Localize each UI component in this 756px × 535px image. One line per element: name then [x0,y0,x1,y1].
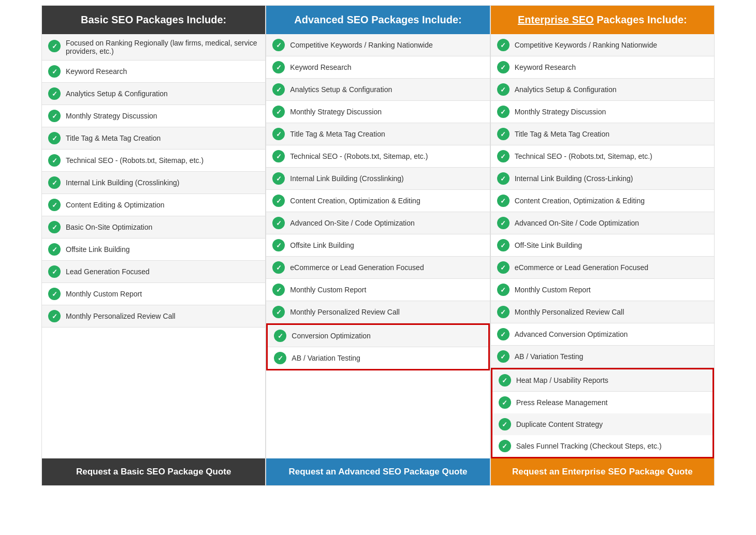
item-text: Technical SEO - (Robots.txt, Sitemap, et… [66,156,203,165]
check-icon [499,374,511,387]
check-icon [48,199,61,211]
check-icon [497,284,510,296]
item-text: Keyword Research [66,67,127,76]
check-icon [497,217,510,229]
list-item: Lead Generation Focused [42,261,265,283]
list-item: Offsite Link Building [266,234,489,257]
list-item: Technical SEO - (Robots.txt, Sitemap, et… [491,145,714,168]
check-icon [497,306,510,318]
item-text: Press Release Management [516,398,608,407]
item-text: Keyword Research [515,63,576,71]
check-icon [497,195,510,207]
item-text: Sales Funnel Tracking (Checkout Steps, e… [516,442,662,450]
item-text: Advanced On-Site / Code Optimization [515,219,639,227]
list-item: Off-Site Link Building [491,234,714,257]
list-item: Title Tag & Meta Tag Creation [266,123,489,145]
enterprise-items-list: Competitive Keywords / Ranking Nationwid… [491,34,714,458]
item-text: Monthly Personalized Review Call [66,312,176,320]
list-item: Internal Link Building (Crosslinking) [42,172,265,194]
check-icon [48,310,61,322]
list-item: Content Creation, Optimization & Editing [266,190,489,212]
list-item: Internal Link Building (Cross-Linking) [491,168,714,190]
check-icon [272,39,285,51]
column-enterprise: Enterprise SEO Packages Include:Competit… [490,5,715,486]
list-item: Monthly Personalized Review Call [42,305,265,328]
basic-items-list: Focused on Ranking Regionally (law firms… [42,34,265,458]
item-text: Internal Link Building (Crosslinking) [66,179,179,187]
item-text: Technical SEO - (Robots.txt, Sitemap, et… [515,152,652,160]
check-icon [497,61,510,73]
check-icon [272,128,285,140]
check-icon [497,172,510,185]
list-item: Content Editing & Optimization [42,194,265,216]
check-icon [272,61,285,73]
check-icon [272,239,285,251]
list-item: eCommerce or Lead Generation Focused [266,257,489,279]
list-item: Keyword Research [266,56,489,79]
list-item: Monthly Strategy Discussion [42,105,265,127]
check-icon [48,265,61,278]
list-item: Press Release Management [492,392,713,413]
item-text: Off-Site Link Building [515,241,582,249]
advanced-highlight-section: Conversion OptimizationAB / Variation Te… [266,323,489,370]
check-icon [48,87,61,100]
list-item: Advanced On-Site / Code Optimization [266,212,489,234]
list-item: Title Tag & Meta Tag Creation [42,127,265,150]
list-item: Advanced On-Site / Code Optimization [491,212,714,234]
check-icon [48,132,61,144]
list-item: Heat Map / Usability Reports [492,369,713,392]
list-item: Monthly Strategy Discussion [491,101,714,123]
item-text: Internal Link Building (Cross-Linking) [515,174,633,183]
check-icon [497,328,510,340]
enterprise-cta-button[interactable]: Request an Enterprise SEO Package Quote [491,458,714,485]
enterprise-header-underline: Enterprise SEO [518,14,594,25]
advanced-cta-button[interactable]: Request an Advanced SEO Package Quote [266,458,489,485]
list-item: Technical SEO - (Robots.txt, Sitemap, et… [266,145,489,168]
list-item: Technical SEO - (Robots.txt, Sitemap, et… [42,150,265,172]
item-text: Conversion Optimization [292,332,371,340]
list-item: Analytics Setup & Configuration [266,79,489,101]
item-text: Content Editing & Optimization [66,201,165,209]
item-text: Content Creation, Optimization & Editing [290,197,420,205]
list-item: Keyword Research [491,56,714,79]
list-item: Monthly Personalized Review Call [266,301,489,323]
item-text: eCommerce or Lead Generation Focused [290,263,424,272]
enterprise-header: Enterprise SEO Packages Include: [491,6,714,34]
check-icon [272,150,285,162]
list-item: Analytics Setup & Configuration [42,83,265,105]
item-text: Monthly Strategy Discussion [290,108,382,116]
basic-header: Basic SEO Packages Include: [42,6,265,34]
list-item: Competitive Keywords / Ranking Nationwid… [491,34,714,56]
list-item: Focused on Ranking Regionally (law firms… [42,34,265,61]
item-text: Monthly Strategy Discussion [66,112,157,120]
item-text: Offsite Link Building [66,245,129,254]
list-item: Advanced Conversion Optimization [491,323,714,346]
item-text: Advanced On-Site / Code Optimization [290,219,414,227]
list-item: Duplicate Content Strategy [492,413,713,435]
advanced-header: Advanced SEO Packages Include: [266,6,489,34]
list-item: AB / Variation Testing [268,347,488,369]
basic-cta-button[interactable]: Request a Basic SEO Package Quote [42,458,265,485]
check-icon [497,261,510,274]
item-text: Monthly Custom Report [66,290,142,298]
check-icon [497,83,510,96]
item-text: Focused on Ranking Regionally (law firms… [66,39,259,55]
check-icon [48,65,61,78]
check-icon [497,128,510,140]
check-icon [497,239,510,251]
check-icon [272,217,285,229]
check-icon [274,352,286,364]
item-text: Title Tag & Meta Tag Creation [290,130,385,138]
item-text: Monthly Custom Report [290,286,366,294]
check-icon [499,418,511,430]
item-text: Duplicate Content Strategy [516,420,603,428]
item-text: Content Creation, Optimization & Editing [515,197,645,205]
list-item: Content Creation, Optimization & Editing [491,190,714,212]
column-advanced: Advanced SEO Packages Include:Competitiv… [266,5,490,486]
list-item: Title Tag & Meta Tag Creation [491,123,714,145]
check-icon [272,306,285,318]
item-text: Monthly Custom Report [515,286,591,294]
check-icon [48,154,61,167]
item-text: AB / Variation Testing [515,352,584,361]
item-text: Offsite Link Building [290,241,354,249]
